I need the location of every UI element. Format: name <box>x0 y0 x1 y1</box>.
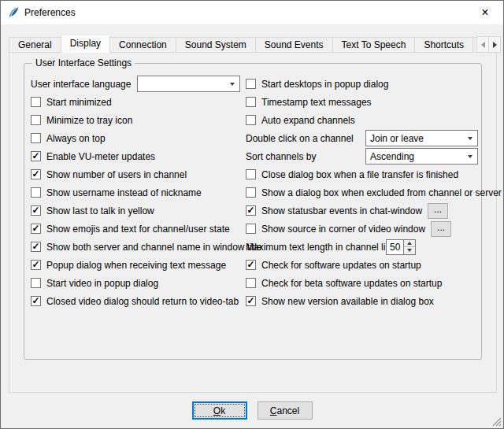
checkbox-start-video-popup[interactable]: Start video in popup dialog <box>31 274 245 292</box>
tab-display[interactable]: Display <box>61 35 110 53</box>
app-icon <box>7 6 20 19</box>
checkbox-box <box>246 278 256 288</box>
window-title: Preferences <box>24 7 76 18</box>
display-tab-page: User Interface Settings User interface l… <box>9 52 497 393</box>
sort-channels-select[interactable]: Ascending <box>365 148 478 165</box>
checkbox-enable-vu-meter[interactable]: Enable VU-meter updates <box>31 147 245 165</box>
checkbox-video-source-corner[interactable]: Show source in corner of video window <box>246 224 425 235</box>
ok-button[interactable]: Ok <box>192 401 247 420</box>
checkbox-box <box>31 260 41 270</box>
checkbox-dialog-when-excluded[interactable]: Show a dialog box when excluded from cha… <box>246 183 478 202</box>
chevron-down-icon <box>230 83 235 86</box>
checkbox-label: Show both server and channel name in win… <box>46 242 262 253</box>
close-button[interactable]: × <box>467 1 503 24</box>
checkbox-label: Timestamp text messages <box>261 97 372 108</box>
tab-sound-events[interactable]: Sound Events <box>255 37 333 53</box>
checkbox-box <box>246 224 256 234</box>
checkbox-box <box>246 296 256 306</box>
statusbar-events-config-button[interactable]: ... <box>428 203 448 219</box>
checkbox-label: Check for software updates on startup <box>261 260 421 271</box>
tab-scroll-left-button[interactable] <box>476 36 489 53</box>
checkbox-label: Show statusbar events in chat-window <box>261 205 422 216</box>
checkbox-label: Start video in popup dialog <box>46 278 158 289</box>
checkbox-label: Show emojis and text for channel/user st… <box>46 224 230 235</box>
checkbox-box <box>31 151 41 161</box>
checkbox-closed-video-return[interactable]: Closed video dialog should return to vid… <box>31 292 245 310</box>
language-label: User interface language <box>31 79 137 90</box>
checkbox-label: Close dialog box when a file transfer is… <box>261 169 458 180</box>
checkbox-show-username[interactable]: Show username instead of nickname <box>31 183 245 202</box>
arrow-down-icon <box>407 249 412 252</box>
max-text-length-row: Maximum text length in channel list 50 <box>246 238 478 256</box>
checkbox-box <box>31 224 41 234</box>
checkbox-box <box>31 205 41 216</box>
max-text-length-label: Maximum text length in channel list <box>246 242 386 253</box>
group-title: User Interface Settings <box>32 57 135 68</box>
checkbox-label: Start desktops in popup dialog <box>261 79 388 90</box>
checkbox-label: Show number of users in channel <box>46 169 187 180</box>
video-source-config-button[interactable]: ... <box>431 221 451 237</box>
checkbox-label: Enable VU-meter updates <box>46 151 155 162</box>
checkbox-statusbar-events[interactable]: Show statusbar events in chat-window <box>246 205 422 216</box>
checkbox-show-emojis[interactable]: Show emojis and text for channel/user st… <box>31 220 245 238</box>
checkbox-box <box>246 97 256 107</box>
checkbox-check-updates[interactable]: Check for software updates on startup <box>246 256 478 274</box>
checkbox-show-user-count[interactable]: Show number of users in channel <box>31 165 245 183</box>
checkbox-box <box>246 79 256 89</box>
checkbox-popup-on-text-message[interactable]: Popup dialog when receiving text message <box>31 256 245 274</box>
checkbox-minimize-to-tray[interactable]: Minimize to tray icon <box>31 111 245 129</box>
double-click-row: Double click on a channel Join or leave <box>246 129 478 147</box>
resize-grip[interactable] <box>491 416 502 427</box>
checkbox-box <box>246 115 256 125</box>
sort-channels-selected-value: Ascending <box>370 151 414 162</box>
language-row: User interface language <box>31 75 245 93</box>
checkbox-start-minimized[interactable]: Start minimized <box>31 93 245 111</box>
video-source-row: Show source in corner of video window ..… <box>246 220 478 238</box>
language-select[interactable] <box>137 76 240 92</box>
spinner-down-button[interactable] <box>404 247 415 254</box>
resize-grip-icon <box>491 416 502 427</box>
checkbox-box <box>31 187 41 198</box>
tab-sound-system[interactable]: Sound System <box>176 37 256 53</box>
checkbox-label: Always on top <box>46 133 106 144</box>
sort-channels-label: Sort channels by <box>246 151 365 162</box>
checkbox-box <box>246 260 256 270</box>
checkbox-server-channel-in-title[interactable]: Show both server and channel name in win… <box>31 238 245 256</box>
checkbox-new-version-dialog[interactable]: Show new version available in dialog box <box>246 292 478 310</box>
checkbox-auto-expand-channels[interactable]: Auto expand channels <box>246 111 478 129</box>
checkbox-label: Check for beta software updates on start… <box>261 278 442 289</box>
arrow-left-icon <box>481 42 485 48</box>
statusbar-events-row: Show statusbar events in chat-window ... <box>246 202 478 220</box>
max-text-length-input[interactable]: 50 <box>386 239 404 255</box>
tab-scroll-right-button[interactable] <box>488 36 501 53</box>
checkbox-box <box>246 205 256 216</box>
tab-scroller <box>477 36 501 53</box>
spinner-up-button[interactable] <box>404 240 415 248</box>
cancel-button[interactable]: Cancel <box>258 401 313 420</box>
checkbox-timestamp-messages[interactable]: Timestamp text messages <box>246 93 478 111</box>
checkbox-close-on-transfer-finished[interactable]: Close dialog box when a file transfer is… <box>246 165 478 183</box>
tab-connection[interactable]: Connection <box>109 37 176 53</box>
checkbox-start-desktops-popup[interactable]: Start desktops in popup dialog <box>246 75 478 93</box>
checkbox-box <box>31 97 41 107</box>
checkbox-box <box>31 242 41 252</box>
checkbox-label: Minimize to tray icon <box>46 115 132 126</box>
checkbox-box <box>31 133 41 143</box>
preferences-window: Preferences × General Display Connection… <box>0 0 504 429</box>
checkbox-box <box>31 296 41 306</box>
checkbox-last-to-talk-yellow[interactable]: Show last to talk in yellow <box>31 202 245 220</box>
tab-shortcuts[interactable]: Shortcuts <box>414 37 473 53</box>
checkbox-label: Auto expand channels <box>261 115 355 126</box>
tab-text-to-speech[interactable]: Text To Speech <box>332 37 416 53</box>
tab-general[interactable]: General <box>9 37 61 53</box>
checkbox-always-on-top[interactable]: Always on top <box>31 129 245 147</box>
title-bar[interactable]: Preferences × <box>1 1 503 24</box>
checkbox-check-beta-updates[interactable]: Check for beta software updates on start… <box>246 274 478 292</box>
tab-bar: General Display Connection Sound System … <box>9 35 480 53</box>
sort-channels-row: Sort channels by Ascending <box>246 147 478 165</box>
checkbox-box <box>246 187 256 198</box>
chevron-down-icon <box>468 155 472 158</box>
double-click-select[interactable]: Join or leave <box>365 130 478 146</box>
arrow-up-icon <box>407 242 412 245</box>
checkbox-label: Show new version available in dialog box <box>261 296 434 307</box>
